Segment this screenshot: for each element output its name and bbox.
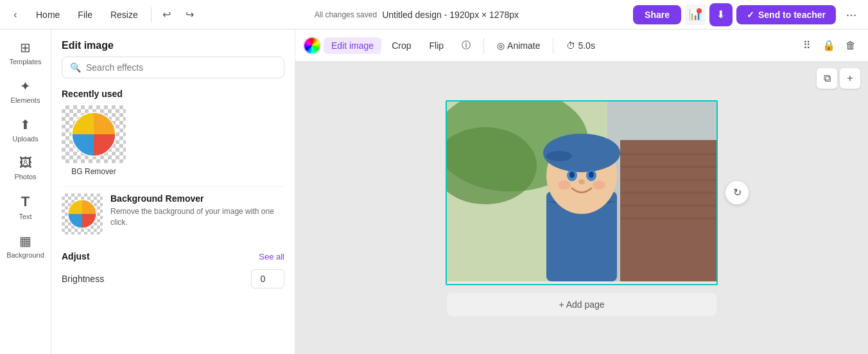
topbar-divider [151,7,152,22]
brightness-input[interactable] [251,269,284,288]
home-button[interactable]: Home [28,6,67,24]
svg-rect-7 [620,153,716,155]
design-image [447,102,716,281]
svg-rect-10 [620,191,716,194]
send-to-teacher-button[interactable]: ✓ Send to teacher [736,5,836,24]
file-button[interactable]: File [70,6,100,24]
svg-point-24 [558,181,571,190]
resize-button[interactable]: Resize [103,6,146,24]
sidebar-item-templates[interactable]: ⊞ Templates [4,35,48,71]
back-button[interactable]: ‹ [5,4,26,25]
animate-label: Animate [507,40,540,51]
redo-button[interactable]: ↪ [180,4,200,25]
search-box[interactable]: 🔍 [62,57,284,78]
edit-toolbar: Edit image Crop Flip ⓘ ◎ Animate ⏱ 5.0s … [295,30,868,62]
image-wrapper: ↻ [446,100,718,285]
add-canvas-button[interactable]: + [840,68,860,89]
effect-item-bg-remover[interactable]: Background Remover Remove the background… [62,186,284,241]
text-label: Text [19,213,31,220]
design-title: Untitled design - 1920px × 1278px [382,10,519,20]
svg-point-26 [578,179,585,184]
edit-image-toolbar-btn[interactable]: Edit image [324,37,381,54]
photos-label: Photos [14,173,36,181]
svg-point-19 [546,151,572,161]
toolbar-right: ⠿ 🔒 🗑 [797,36,860,55]
search-input[interactable] [86,62,276,73]
undo-button[interactable]: ↩ [157,4,177,25]
background-label: Background [6,251,44,259]
svg-point-23 [589,172,594,178]
bg-remover-label: BG Remover [62,167,126,176]
adjust-header: Adjust See all [62,251,284,261]
brightness-row: Brightness [62,269,284,288]
svg-rect-6 [620,140,716,281]
send-teacher-label: Send to teacher [758,10,826,20]
color-swatch[interactable] [303,37,321,55]
lock-button[interactable]: 🔒 [819,36,838,55]
main-layout: ⊞ Templates ✦ Elements ⬆ Uploads 🖼 Photo… [0,30,868,354]
download-button[interactable]: ⬇ [709,3,733,26]
panel-content: 🔍 Recently used B [51,57,295,354]
photos-icon: 🖼 [19,155,32,170]
sidebar-item-uploads[interactable]: ⬆ Uploads [4,112,48,148]
svg-rect-8 [620,166,716,168]
add-page-button[interactable]: + Add page [447,293,716,316]
more-options-button[interactable]: ··· [840,3,863,26]
beach-ball-svg [71,112,116,157]
effect-ball-svg [62,193,103,235]
grid-icon-button[interactable]: ⠿ [797,36,817,55]
trash-button[interactable]: 🗑 [841,36,860,55]
panel-title: Edit image [51,30,295,57]
notification-dot [697,8,702,13]
bg-remover-thumbnail [62,105,126,163]
analytics-wrap: 📊 [685,4,706,25]
search-icon: 🔍 [70,62,81,73]
canvas-top-icons: ⧉ + [817,68,860,89]
bg-remover-card[interactable]: BG Remover [62,105,126,176]
canvas-section: Edit image Crop Flip ⓘ ◎ Animate ⏱ 5.0s … [295,30,868,354]
uploads-icon: ⬆ [20,117,31,132]
sidebar-item-elements[interactable]: ✦ Elements [4,73,48,109]
flip-button[interactable]: Flip [422,37,452,54]
info-button[interactable]: ⓘ [454,37,478,55]
icon-sidebar: ⊞ Templates ✦ Elements ⬆ Uploads 🖼 Photo… [0,30,51,354]
text-icon: T [21,193,30,210]
templates-icon: ⊞ [20,40,31,55]
svg-point-22 [569,172,575,178]
sidebar-item-photos[interactable]: 🖼 Photos [4,150,48,186]
svg-rect-12 [620,217,716,220]
edit-panel: Edit image 🔍 Recently used [51,30,295,354]
crop-button[interactable]: Crop [384,37,419,54]
topbar: ‹ Home File Resize ↩ ↪ All changes saved… [0,0,868,30]
uploads-label: Uploads [12,135,38,143]
save-status: All changes saved [315,10,377,19]
background-icon: ▦ [19,233,31,249]
adjust-title: Adjust [62,251,90,261]
image-container[interactable] [446,100,718,285]
animate-icon: ◎ [497,40,505,51]
toolbar-divider-1 [483,38,484,53]
animate-button[interactable]: ◎ Animate [489,37,548,54]
copy-canvas-button[interactable]: ⧉ [817,68,837,89]
elements-icon: ✦ [20,78,31,94]
duration-label: 5.0s [578,40,595,51]
svg-rect-9 [620,179,716,181]
sidebar-item-background[interactable]: ▦ Background [4,228,48,264]
recently-used-title: Recently used [62,89,284,99]
see-all-button[interactable]: See all [259,252,284,261]
check-icon: ✓ [747,10,754,20]
duration-button[interactable]: ⏱ 5.0s [559,37,602,54]
topbar-center: All changes saved Untitled design - 1920… [203,10,630,20]
brightness-label: Brightness [62,274,104,284]
analytics-button[interactable]: 📊 [685,4,706,25]
canvas-area: ⧉ + [295,62,868,354]
sidebar-item-text[interactable]: T Text [4,188,48,226]
effect-thumbnail [62,193,103,235]
svg-point-25 [593,181,605,190]
share-button[interactable]: Share [633,5,681,24]
refresh-button[interactable]: ↻ [725,181,749,204]
templates-label: Templates [9,58,41,66]
svg-rect-11 [620,204,716,207]
toolbar-divider-2 [553,38,553,53]
effect-desc: Remove the background of your image with… [110,206,284,228]
